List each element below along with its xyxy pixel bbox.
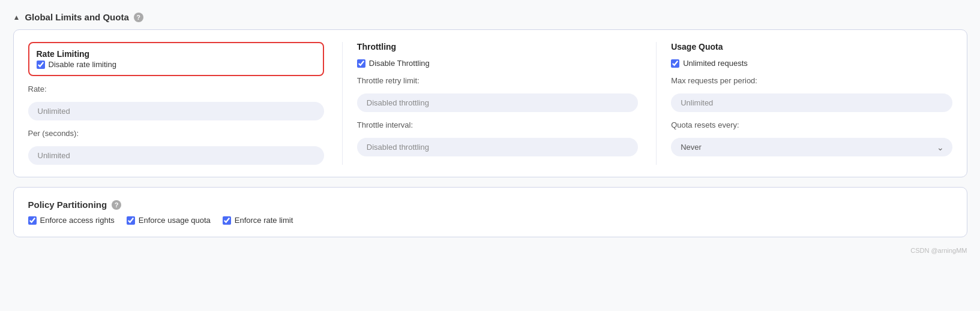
policy-header: Policy Partitioning ? <box>28 200 952 210</box>
resets-select[interactable]: Never Hourly Daily Weekly Monthly <box>671 138 952 156</box>
per-label: Per (seconds): <box>28 129 324 138</box>
throttling-title: Throttling <box>357 42 638 52</box>
per-input[interactable] <box>28 146 324 165</box>
section-header: ▲ Global Limits and Quota ? <box>13 12 967 22</box>
usage-quota-column: Usage Quota Unlimited requests Max reque… <box>656 42 952 165</box>
max-input[interactable] <box>671 93 952 112</box>
rate-label: Rate: <box>28 84 324 93</box>
retry-input[interactable] <box>357 93 638 112</box>
policy-checkboxes-row: Enforce access rights Enforce usage quot… <box>28 216 952 225</box>
enforce-rate-limit-checkbox[interactable] <box>223 216 231 225</box>
enforce-access-rights-checkbox[interactable] <box>28 216 37 225</box>
enforce-rate-limit-row: Enforce rate limit <box>223 216 293 225</box>
disable-throttling-checkbox[interactable] <box>357 59 365 68</box>
enforce-usage-quota-row: Enforce usage quota <box>127 216 211 225</box>
policy-title: Policy Partitioning <box>28 200 107 210</box>
policy-partitioning-card: Policy Partitioning ? Enforce access rig… <box>13 187 967 237</box>
resets-select-wrapper: Never Hourly Daily Weekly Monthly ⌄ <box>671 138 952 156</box>
enforce-access-rights-label: Enforce access rights <box>40 216 115 225</box>
resets-label: Quota resets every: <box>671 120 952 129</box>
rate-limiting-column: Rate Limiting Disable rate limiting Rate… <box>28 42 324 165</box>
unlimited-requests-row: Unlimited requests <box>671 59 952 68</box>
policy-help-icon[interactable]: ? <box>112 200 121 210</box>
rate-limiting-title: Rate Limiting <box>37 49 316 59</box>
disable-rate-limiting-checkbox[interactable] <box>37 61 45 69</box>
enforce-access-rights-row: Enforce access rights <box>28 216 115 225</box>
rate-limiting-highlight-box: Rate Limiting Disable rate limiting <box>28 42 324 76</box>
watermark: CSDN @arningMM <box>13 247 967 254</box>
unlimited-requests-checkbox[interactable] <box>671 59 679 68</box>
section-title: Global Limits and Quota <box>25 12 128 22</box>
enforce-rate-limit-label: Enforce rate limit <box>235 216 293 225</box>
collapse-icon[interactable]: ▲ <box>13 13 20 22</box>
page-container: ▲ Global Limits and Quota ? Rate Limitin… <box>13 12 967 254</box>
enforce-usage-quota-checkbox[interactable] <box>127 216 135 225</box>
help-icon[interactable]: ? <box>134 13 143 22</box>
retry-label: Throttle retry limit: <box>357 76 638 85</box>
global-limits-card: Rate Limiting Disable rate limiting Rate… <box>13 29 967 177</box>
three-col-grid: Rate Limiting Disable rate limiting Rate… <box>28 42 952 165</box>
usage-quota-title: Usage Quota <box>671 42 952 52</box>
unlimited-requests-label: Unlimited requests <box>683 59 748 68</box>
interval-input[interactable] <box>357 138 638 156</box>
disable-rate-limiting-row: Disable rate limiting <box>37 60 316 69</box>
interval-label: Throttle interval: <box>357 120 638 129</box>
disable-throttling-label: Disable Throttling <box>369 59 430 68</box>
max-label: Max requests per period: <box>671 76 952 85</box>
disable-throttling-row: Disable Throttling <box>357 59 638 68</box>
throttling-column: Throttling Disable Throttling Throttle r… <box>342 42 638 165</box>
disable-rate-limiting-label: Disable rate limiting <box>49 60 116 69</box>
rate-input[interactable] <box>28 102 324 120</box>
enforce-usage-quota-label: Enforce usage quota <box>139 216 211 225</box>
